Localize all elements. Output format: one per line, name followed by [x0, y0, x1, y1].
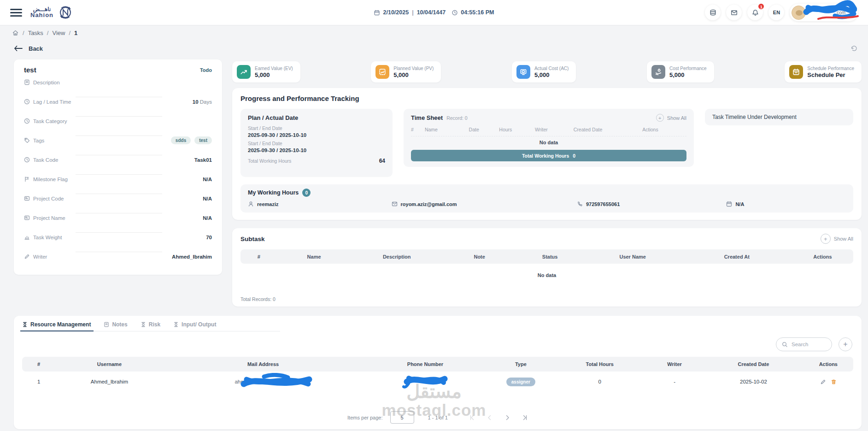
show-all-label: Show All: [834, 236, 853, 242]
tab-notes[interactable]: Notes: [104, 321, 127, 328]
section-title: Progress and Performance Tracking: [240, 94, 853, 102]
delete-button[interactable]: [831, 379, 837, 385]
tab-label: Resource Management: [30, 321, 91, 328]
column-header: Created Date: [574, 127, 643, 132]
database-icon: [710, 9, 716, 16]
task-detail-panel: test Todo Description Lag / Lead Time 10…: [14, 59, 222, 275]
app-logo[interactable]: ناهـــض Nahion: [30, 3, 75, 22]
total-hours-value: 64: [379, 158, 385, 164]
task-timeline-card: Task Timeline Under Development: [705, 109, 853, 125]
bell-icon: [752, 9, 759, 16]
metric-value: 5,000: [534, 71, 569, 78]
back-arrow-icon[interactable]: [14, 45, 23, 52]
add-resource-button[interactable]: +: [839, 337, 852, 351]
description-icon: [24, 79, 30, 85]
start-end-value: 2025-09-30 / 2025-10-10: [248, 148, 385, 153]
metric-value: 5,000: [393, 71, 434, 78]
prev-page-icon[interactable]: [487, 414, 493, 421]
field-label: Lag / Lead Time: [33, 99, 71, 105]
breadcrumb: / Tasks / View / 1: [0, 25, 868, 39]
metric-cost-performance: Cost Performance5,000: [647, 61, 714, 83]
tab-resource-management[interactable]: Resource Management: [22, 321, 91, 328]
tab-risk[interactable]: Risk: [141, 321, 160, 328]
metric-label: Earned Value (EV): [255, 66, 293, 71]
search-input[interactable]: [792, 342, 824, 347]
show-all-label: Show All: [667, 115, 686, 121]
history-icon: [850, 45, 858, 52]
edit-button[interactable]: [820, 379, 826, 385]
person-icon: [248, 201, 254, 207]
resource-table-header: # Username Mail Address Phone Number Typ…: [22, 357, 853, 372]
card-title: Time Sheet: [411, 114, 443, 121]
hamburger-menu-icon[interactable]: [10, 9, 22, 17]
tab-label: Notes: [112, 321, 127, 328]
column-header: Description: [351, 254, 443, 260]
notes-icon: [104, 322, 109, 327]
field-label: Project Code: [33, 196, 64, 201]
notification-badge: 1: [757, 3, 765, 10]
trend-up-icon: [237, 65, 251, 79]
tabs-bar: Resource Management Notes Risk Input/ Ou…: [22, 321, 280, 331]
total-working-hours-bar: Total Working Hours 0: [411, 150, 686, 161]
column-header: Created Date: [704, 361, 803, 367]
row-username: Ahmed_Ibrahim: [55, 379, 164, 384]
mail-icon: [731, 9, 738, 16]
column-header: Total Hours: [554, 361, 645, 367]
phone-icon: [577, 201, 583, 207]
card-title: Plan / Actual Date: [248, 114, 385, 121]
hand-coin-icon: [651, 65, 665, 79]
next-page-icon[interactable]: [504, 414, 510, 421]
tab-label: Risk: [149, 321, 160, 328]
breadcrumb-view[interactable]: View: [52, 30, 65, 36]
user-label-fragment: .com: [835, 10, 845, 15]
search-box[interactable]: [776, 337, 832, 351]
field-label: Task Weight: [33, 235, 62, 240]
home-icon[interactable]: [12, 30, 19, 36]
mail-button[interactable]: [726, 5, 742, 20]
metric-actual-cost: Actual Cost (AC)5,000: [512, 61, 576, 83]
footer-value: 0: [573, 153, 575, 159]
field-value: N/A: [203, 177, 212, 182]
column-header: Actions: [792, 254, 853, 260]
calendar-icon: [726, 201, 732, 207]
tab-input-output[interactable]: Input/ Output: [173, 321, 216, 328]
subtask-show-all-button[interactable]: + Show All: [821, 234, 853, 244]
plus-icon: +: [656, 114, 664, 122]
items-per-page-label: Items per page:: [347, 415, 382, 420]
row-writer: -: [645, 379, 704, 384]
search-icon: [782, 342, 788, 348]
resource-icon: [22, 322, 28, 327]
metric-value: Schedule Per: [807, 71, 854, 78]
row-phone: [363, 375, 488, 388]
page-size-input[interactable]: [390, 411, 414, 424]
user-menu[interactable]: .com ▼: [790, 4, 858, 21]
time-sheet-card: Time Sheet Record: 0 + Show All # Name D…: [404, 109, 694, 167]
record-count: Record: 0: [446, 115, 468, 121]
field-value: N/A: [203, 215, 212, 221]
first-page-icon[interactable]: [469, 414, 475, 421]
metric-earned-value: Earned Value (EV)5,000: [232, 61, 300, 83]
risk-icon: [141, 322, 146, 327]
timesheet-show-all-button[interactable]: + Show All: [656, 114, 686, 122]
avatar: [792, 6, 806, 20]
column-header: Hours: [499, 127, 535, 132]
trash-icon: [831, 379, 837, 385]
redaction-scribble: [402, 373, 448, 389]
column-header: Name: [277, 254, 351, 260]
calendar-icon: [374, 10, 380, 16]
history-button[interactable]: [850, 45, 858, 52]
back-button[interactable]: Back: [29, 45, 43, 52]
field-label: Task Code: [33, 157, 58, 163]
page-range: 1 - 1 of 1: [428, 415, 448, 420]
language-button[interactable]: EN: [768, 5, 784, 20]
subtask-header-row: # Name Description Note Status User Name…: [240, 249, 853, 264]
breadcrumb-separator: /: [69, 30, 70, 36]
field-label: Milestone Flag: [33, 177, 68, 182]
last-page-icon[interactable]: [522, 414, 528, 421]
notifications-button[interactable]: 1: [747, 5, 763, 20]
row-email: ahmedib……………com: [164, 379, 363, 384]
database-button[interactable]: [705, 5, 721, 20]
field-value: 10: [193, 99, 199, 105]
column-header: Actions: [642, 127, 686, 132]
breadcrumb-tasks[interactable]: Tasks: [28, 30, 43, 36]
